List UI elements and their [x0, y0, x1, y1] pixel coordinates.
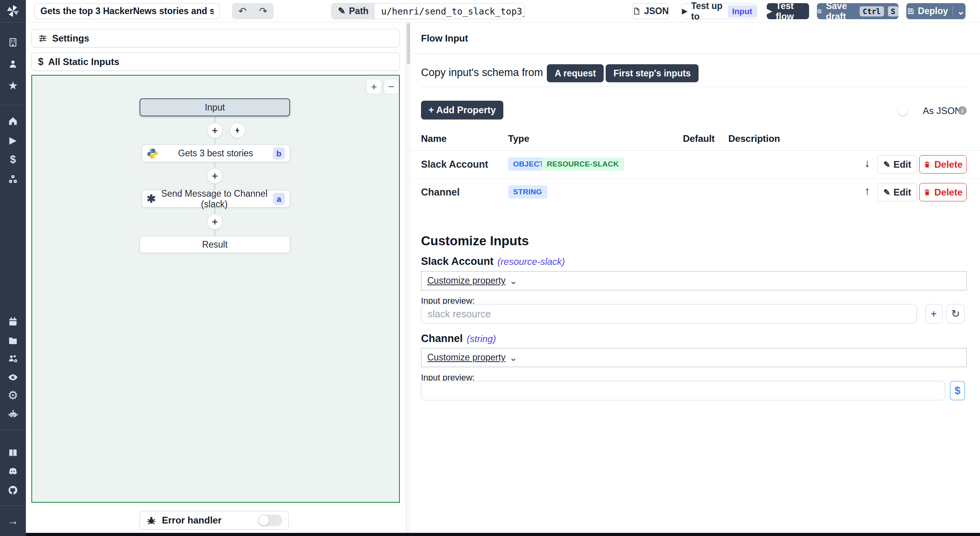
github-icon[interactable] [0, 482, 26, 498]
copy-from-first-step-button[interactable]: First step's inputs [606, 64, 699, 82]
move-down-arrow[interactable]: ↓ [864, 157, 870, 170]
divider [407, 150, 980, 151]
add-property-button[interactable]: + Add Property [421, 101, 503, 120]
flow-editor-panel: Settings $ All Static Inputs + − Input +… [26, 22, 406, 536]
json-button[interactable]: JSON [632, 3, 669, 19]
resources-hub-icon[interactable] [0, 172, 26, 187]
play-icon: ▶ [767, 7, 772, 15]
test-up-to-button[interactable]: ▶ Test up to Input [682, 3, 757, 19]
move-up-arrow[interactable]: ↑ [864, 185, 870, 197]
section-title-channel: Channel(string) [421, 333, 496, 345]
path-value[interactable]: u/henri/send_to_slack_top3_hn [375, 4, 524, 19]
settings-button[interactable]: Settings [31, 29, 400, 47]
dollar-icon: $ [38, 56, 44, 67]
slack-account-preview-input[interactable] [421, 304, 917, 324]
step-label: Gets 3 best stories [158, 148, 273, 159]
insert-step-button[interactable]: + [207, 214, 223, 230]
windmill-flow-editor: ★ ▶ $ ⚙ [0, 0, 980, 536]
flow-graph-canvas[interactable]: + − Input + Gets 3 best stories b + ✱ Se… [31, 75, 400, 503]
trash-icon [923, 188, 931, 196]
copy-from-request-button[interactable]: A request [547, 64, 604, 82]
delete-button[interactable]: Delete [919, 155, 967, 174]
channel-preview-input[interactable] [421, 381, 945, 400]
workers-robot-icon[interactable] [0, 406, 26, 422]
error-handler-toggle[interactable] [258, 514, 282, 526]
settings-gear-icon[interactable]: ⚙ [0, 388, 26, 403]
scrollbar-track[interactable] [407, 22, 410, 536]
zoom-in-button[interactable]: + [366, 79, 382, 94]
collapse-arrow-right-icon[interactable]: → [0, 513, 26, 529]
trigger-bolt-button[interactable] [230, 123, 245, 138]
flow-node-result[interactable]: Result [140, 236, 290, 253]
insert-step-button[interactable]: + [207, 168, 223, 184]
sidebar-divider [0, 505, 26, 506]
discord-icon[interactable] [0, 464, 26, 479]
scrollbar-thumb[interactable] [407, 23, 410, 64]
section-title-slack-account: Slack Account(resource-slack) [421, 255, 565, 268]
groups-users-gear-icon[interactable] [0, 351, 26, 366]
audit-eye-icon[interactable] [0, 369, 26, 385]
customize-property-label: Customize property [427, 275, 505, 286]
flow-node-input[interactable]: Input [140, 98, 290, 116]
settings-label: Settings [52, 33, 89, 44]
test-up-to-target-badge: Input [728, 5, 757, 18]
undo-icon[interactable]: ↶ [232, 3, 253, 19]
edit-button[interactable]: ✎ Edit [877, 183, 917, 201]
add-resource-button[interactable]: + [925, 304, 942, 324]
refresh-icon[interactable]: ↻ [946, 304, 965, 324]
delete-label: Delete [934, 159, 962, 170]
info-icon[interactable]: i [958, 106, 967, 115]
column-header-description: Description [728, 133, 780, 144]
topbar: ↶ ↷ ✎ Path u/henri/send_to_slack_top3_hn… [26, 0, 980, 22]
kbd-ctrl: Ctrl [860, 6, 884, 16]
home-icon[interactable] [0, 113, 26, 129]
pencil-icon: ✎ [338, 6, 345, 16]
redo-icon[interactable]: ↷ [253, 3, 274, 19]
schedules-calendar-icon[interactable] [0, 314, 26, 330]
customize-property-dropdown[interactable]: Customize property ⌄ [421, 348, 967, 367]
deploy-chevron-down-icon[interactable]: ⌄ [957, 6, 965, 17]
step-label: Send Message to Channel (slack) [156, 188, 273, 210]
customize-property-dropdown[interactable]: Customize property ⌄ [421, 271, 967, 290]
edit-button[interactable]: ✎ Edit [877, 155, 917, 174]
pencil-icon: ✎ [884, 160, 891, 169]
error-handler-node[interactable]: Error handler [140, 511, 289, 530]
delete-button[interactable]: Delete [919, 183, 967, 201]
variable-dollar-button[interactable]: $ [950, 381, 965, 400]
divider [421, 87, 967, 87]
sidebar-divider [0, 429, 26, 430]
path-label-segment[interactable]: ✎ Path [332, 4, 375, 19]
trash-icon [923, 161, 931, 168]
runs-play-icon[interactable]: ▶ [0, 132, 26, 148]
save-draft-button[interactable]: Save draft Ctrl S [817, 3, 898, 19]
play-icon: ▶ [682, 7, 687, 15]
divider [407, 178, 980, 179]
flow-title-input[interactable] [34, 3, 220, 19]
flow-node-step-b[interactable]: Gets 3 best stories b [142, 145, 290, 162]
path-control: ✎ Path u/henri/send_to_slack_top3_hn [331, 3, 525, 19]
toggle-knob [898, 106, 907, 116]
sidebar: ★ ▶ $ ⚙ [0, 0, 26, 536]
variables-dollar-icon[interactable]: $ [0, 152, 26, 167]
column-header-default: Default [683, 133, 715, 144]
test-flow-button[interactable]: ▶ Test flow [767, 3, 809, 19]
docs-book-icon[interactable] [0, 445, 26, 461]
workspace-building-icon[interactable] [0, 34, 26, 50]
bug-icon [146, 515, 156, 525]
sidebar-divider [0, 22, 26, 23]
insert-step-button[interactable]: + [207, 123, 223, 138]
zoom-out-button[interactable]: − [383, 79, 399, 94]
all-static-inputs-button[interactable]: $ All Static Inputs [31, 53, 400, 71]
type-badge-resource-slack: RESOURCE-SLACK [542, 158, 624, 171]
folders-icon[interactable] [0, 333, 26, 348]
python-icon [147, 148, 158, 159]
deploy-button[interactable]: Deploy ⌄ [906, 3, 965, 19]
window-bottom-edge [0, 533, 980, 536]
favorites-star-icon[interactable]: ★ [0, 78, 26, 94]
column-header-type: Type [508, 133, 529, 144]
user-icon[interactable] [0, 56, 26, 72]
windmill-logo-icon[interactable] [0, 3, 26, 19]
panel-title: Flow Input [421, 33, 468, 44]
flow-node-step-a[interactable]: ✱ Send Message to Channel (slack) a [142, 190, 290, 208]
lightning-icon [234, 127, 241, 134]
